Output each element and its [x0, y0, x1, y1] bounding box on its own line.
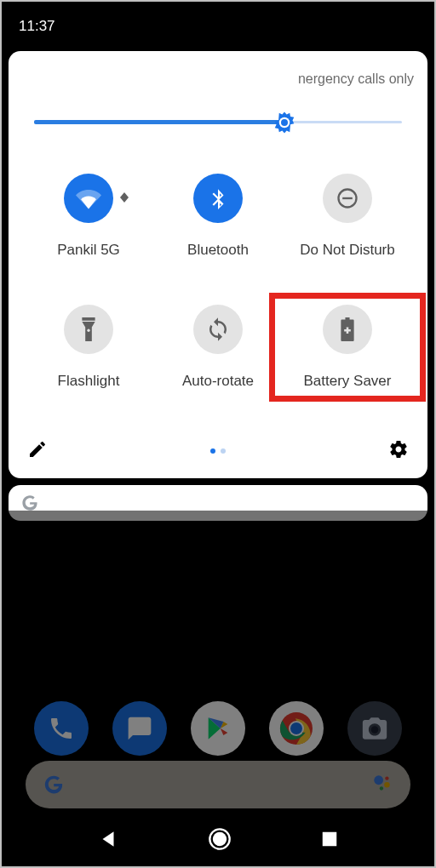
svg-point-10 [385, 776, 388, 779]
tile-label: Pankil 5G [57, 242, 120, 259]
svg-point-9 [374, 775, 383, 785]
brightness-thumb-icon[interactable] [272, 110, 297, 135]
flashlight-icon [64, 305, 113, 354]
tile-wifi[interactable]: Pankil 5G [24, 174, 153, 259]
nav-recents-button[interactable] [320, 830, 339, 852]
nav-home-button[interactable] [208, 827, 232, 854]
app-chrome[interactable] [269, 701, 324, 756]
quick-settings-grid: Pankil 5G Bluetooth Do Not Disturb Flash… [9, 140, 427, 415]
tile-dnd[interactable]: Do Not Disturb [283, 174, 412, 259]
tile-autorotate[interactable]: Auto-rotate [153, 305, 283, 390]
page-indicator [210, 448, 226, 454]
clock: 11:37 [19, 18, 55, 35]
svg-rect-15 [323, 832, 337, 847]
tile-label: Bluetooth [187, 242, 249, 259]
dock [2, 701, 434, 756]
settings-button[interactable] [388, 439, 409, 463]
svg-point-1 [281, 119, 288, 126]
bluetooth-icon [193, 174, 243, 223]
tile-label: Flashlight [58, 373, 120, 390]
carrier-status: nergency calls only [9, 63, 427, 106]
tile-flashlight[interactable]: Flashlight [24, 305, 153, 390]
nav-back-button[interactable] [97, 828, 119, 854]
wifi-icon [64, 174, 113, 223]
status-bar: 11:37 [2, 2, 434, 51]
edit-tiles-button[interactable] [27, 439, 48, 463]
quick-settings-footer [9, 415, 427, 463]
tile-label: Auto-rotate [182, 373, 254, 390]
tile-battery-saver[interactable]: Battery Saver [283, 305, 412, 390]
home-search-bar[interactable] [26, 761, 410, 808]
dnd-icon [323, 174, 372, 223]
highlight-box [269, 293, 426, 402]
svg-point-11 [384, 782, 390, 788]
svg-point-7 [290, 722, 302, 734]
chevron-expand-icon[interactable] [118, 192, 131, 203]
google-g-color-icon [43, 774, 65, 796]
svg-point-8 [371, 726, 379, 734]
quick-settings-panel: nergency calls only Pankil 5G [9, 51, 427, 478]
app-play-store[interactable] [191, 701, 245, 756]
app-phone[interactable] [34, 701, 89, 756]
svg-point-4 [87, 329, 89, 332]
wallpaper-dim [3, 511, 433, 865]
navigation-bar [2, 815, 434, 866]
svg-point-12 [380, 786, 383, 790]
app-camera[interactable] [347, 701, 402, 756]
brightness-slider[interactable] [9, 106, 427, 140]
tile-bluetooth[interactable]: Bluetooth [153, 174, 283, 259]
google-g-icon [20, 494, 39, 512]
autorotate-icon [193, 305, 243, 354]
app-messages[interactable] [112, 701, 167, 756]
svg-point-14 [213, 832, 227, 846]
svg-rect-3 [342, 197, 353, 199]
tile-label: Do Not Disturb [300, 242, 394, 259]
assistant-icon[interactable] [371, 772, 393, 797]
